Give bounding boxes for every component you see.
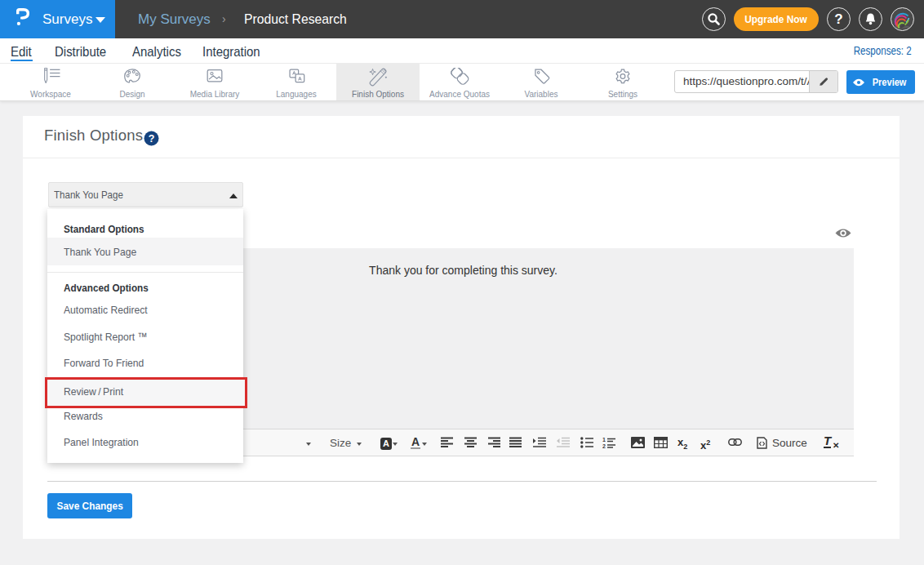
svg-text:2: 2 <box>602 443 606 449</box>
svg-text:1: 1 <box>602 437 606 443</box>
svg-text:?: ? <box>149 133 155 145</box>
